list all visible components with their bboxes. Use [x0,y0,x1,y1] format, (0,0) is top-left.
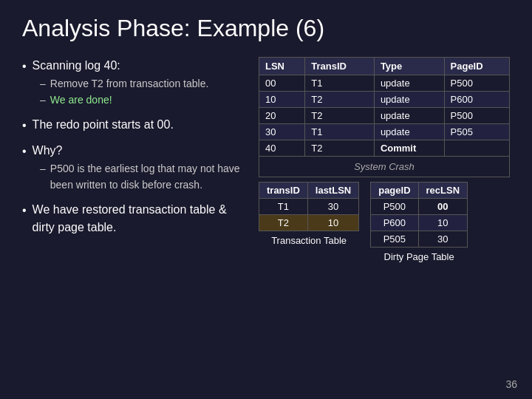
scanning-label: Scanning log 40: [33,57,120,75]
log-cell-lsn-4: 40 [259,140,305,157]
transaction-table-container: transID lastLSN T1 30 T2 10 [259,182,359,246]
log-row-2: 20 T2 update P500 [259,108,510,124]
log-cell-type-3: update [374,124,444,140]
transaction-table: transID lastLSN T1 30 T2 10 [259,182,359,231]
trans-cell-id-1: T2 [259,215,308,231]
system-crash-row: System Crash [259,157,510,177]
log-cell-type-2: update [374,108,444,124]
log-table-header-row: LSN TransID Type PageID [259,58,510,75]
bullet-why-main: • Why? [22,142,244,160]
log-row-3: 30 T1 update P505 [259,124,510,140]
log-cell-pageid-2: P500 [444,108,509,124]
log-cell-pageid-3: P505 [444,124,509,140]
dirty-row-0: P500 00 [371,199,468,215]
dirty-cell-pageid-0: P500 [371,199,418,215]
bullet-dot-4: • [22,202,27,219]
page-number: 36 [505,378,517,390]
bullet-why: • Why? – P500 is the earliest log that m… [22,142,244,194]
log-cell-pageid-4 [444,140,509,157]
log-header-transid: TransID [305,58,375,75]
log-cell-transid-1: T2 [305,92,375,108]
sub-done: – We are done! [40,92,244,108]
trans-cell-lsn-0: 30 [307,199,358,215]
dirty-header-pageid: pageID [371,183,418,199]
why-sub: – P500 is the earliest log that may not … [40,160,244,194]
bullet-dot-1: • [22,58,27,75]
trans-header-id: transID [259,183,308,199]
log-header-lsn: LSN [259,58,305,75]
sub-p500-text: P500 is the earliest log that may not ha… [50,160,244,194]
log-table: LSN TransID Type PageID 00 T1 update P50… [259,57,510,177]
log-cell-lsn-1: 10 [259,92,305,108]
why-label: Why? [33,142,63,160]
bullet-redo-point: • The redo point starts at 00. [22,116,244,134]
dirty-cell-lsn-2: 30 [418,231,468,248]
trans-row-0: T1 30 [259,199,359,215]
trans-row-1: T2 10 [259,215,359,231]
transaction-table-label: Transaction Table [271,235,347,246]
dirty-cell-pageid-2: P505 [371,231,418,248]
sub-remove-t2: – Remove T2 from transaction table. [40,75,244,92]
dirty-header-lsn: recLSN [418,183,468,199]
dirty-page-table-label: Dirty Page Table [384,251,454,262]
system-crash-label: System Crash [259,157,510,177]
log-cell-type-1: update [374,92,444,108]
log-cell-pageid-1: P600 [444,92,509,108]
slide-title: Analysis Phase: Example (6) [22,15,510,42]
sub-p500: – P500 is the earliest log that may not … [40,160,244,194]
log-header-pageid: PageID [444,58,509,75]
bullet-dot-2: • [22,117,27,134]
trans-cell-id-0: T1 [259,199,308,215]
log-cell-lsn-0: 00 [259,75,305,92]
dirty-cell-lsn-0: 00 [418,199,468,215]
trans-header-lsn: lastLSN [307,183,358,199]
log-cell-transid-0: T1 [305,75,375,92]
bullet-restored: • We have restored transaction table & d… [22,201,244,236]
log-row-4: 40 T2 Commit [259,140,510,157]
restored-label: We have restored transaction table & dir… [33,201,244,236]
content-area: • Scanning log 40: – Remove T2 from tran… [22,57,510,262]
log-cell-lsn-3: 30 [259,124,305,140]
log-cell-lsn-2: 20 [259,108,305,124]
log-cell-transid-3: T1 [305,124,375,140]
dirty-cell-lsn-1: 10 [418,215,468,231]
trans-header-row: transID lastLSN [259,183,359,199]
bullet-dot-3: • [22,143,27,160]
sub-remove-t2-text: Remove T2 from transaction table. [50,75,209,92]
sub-done-text: We are done! [50,92,112,108]
log-cell-transid-4: T2 [305,140,375,157]
log-row-0: 00 T1 update P500 [259,75,510,92]
bottom-tables: transID lastLSN T1 30 T2 10 [259,182,510,262]
log-cell-type-4: Commit [374,140,444,157]
trans-cell-lsn-1: 10 [307,215,358,231]
dirty-header-row: pageID recLSN [371,183,468,199]
left-panel: • Scanning log 40: – Remove T2 from tran… [22,57,244,242]
bullet-redo-main: • The redo point starts at 00. [22,116,244,134]
log-header-type: Type [374,58,444,75]
bullet-scanning-main: • Scanning log 40: [22,57,244,75]
log-cell-transid-2: T2 [305,108,375,124]
dirty-page-table: pageID recLSN P500 00 P600 10 [370,182,468,248]
bullet-scanning: • Scanning log 40: – Remove T2 from tran… [22,57,244,109]
dirty-row-1: P600 10 [371,215,468,231]
log-cell-type-0: update [374,75,444,92]
dirty-page-table-container: pageID recLSN P500 00 P600 10 [370,182,468,262]
log-row-1: 10 T2 update P600 [259,92,510,108]
bullet-restored-main: • We have restored transaction table & d… [22,201,244,236]
scanning-subs: – Remove T2 from transaction table. – We… [40,75,244,109]
dirty-row-2: P505 30 [371,231,468,248]
dirty-cell-pageid-1: P600 [371,215,418,231]
right-panel: LSN TransID Type PageID 00 T1 update P50… [259,57,510,262]
redo-label: The redo point starts at 00. [33,116,174,134]
slide: Analysis Phase: Example (6) • Scanning l… [0,0,532,399]
log-cell-pageid-0: P500 [444,75,509,92]
